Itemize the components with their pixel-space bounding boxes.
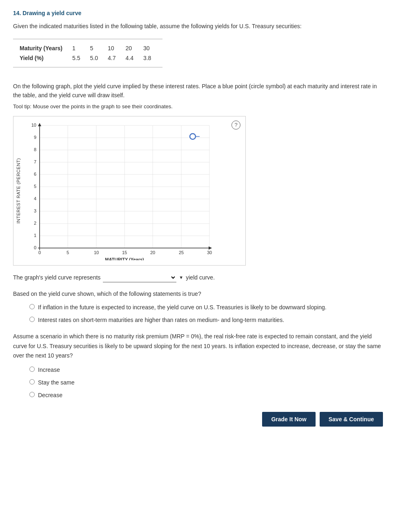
svg-text:30: 30: [207, 250, 212, 255]
svg-text:3: 3: [34, 208, 36, 213]
save-continue-button[interactable]: Save & Continue: [320, 412, 383, 427]
yield-curve-row: The graph's yield curve represents an in…: [13, 273, 383, 282]
scenario-increase-label: Increase: [38, 366, 60, 374]
tooltip-text: Tool tip: Mouse over the points in the g…: [13, 103, 383, 110]
buttons-row: Grade It Now Save & Continue: [13, 412, 383, 427]
svg-text:7: 7: [34, 159, 36, 164]
yield-1: 5.5: [67, 53, 85, 63]
option-1-text: If inflation in the future is expected t…: [38, 303, 327, 312]
svg-text:4: 4: [34, 196, 36, 201]
svg-text:5: 5: [67, 250, 69, 255]
maturity-1: 1: [67, 43, 85, 53]
yield-30: 3.8: [138, 53, 156, 63]
svg-text:2: 2: [34, 221, 36, 226]
option-2-text: Interest rates on short-term maturities …: [38, 316, 284, 324]
yield-5: 5.0: [85, 53, 103, 63]
help-icon[interactable]: ?: [231, 121, 240, 130]
svg-text:6: 6: [34, 172, 36, 177]
svg-text:MATURITY (Years): MATURITY (Years): [105, 257, 144, 260]
y-axis-label: INTEREST RATE (Percent): [16, 130, 21, 252]
svg-text:1: 1: [34, 233, 36, 238]
yield-table: Maturity (Years) 1 5 10 20 30 Yield (%) …: [20, 43, 156, 63]
radio-option-1[interactable]: [29, 304, 35, 309]
svg-text:15: 15: [122, 250, 127, 255]
svg-text:25: 25: [179, 250, 184, 255]
chart-svg[interactable]: 0 1 2 3 4 5 6 7 8 9 10 0 5 10 15 20 25 3…: [22, 121, 226, 260]
maturity-5: 5: [85, 43, 103, 53]
yield-curve-dropdown[interactable]: an inverted a normal a flat: [103, 273, 176, 282]
data-table-wrapper: Maturity (Years) 1 5 10 20 30 Yield (%) …: [13, 39, 162, 67]
svg-text:20: 20: [150, 250, 155, 255]
svg-text:5: 5: [34, 184, 36, 189]
yield-label: Yield (%): [20, 53, 67, 63]
svg-marker-19: [38, 123, 41, 126]
table-row-maturity: Maturity (Years) 1 5 10 20 30: [20, 43, 156, 53]
yield-curve-prefix: The graph's yield curve represents: [13, 274, 100, 281]
plotted-point[interactable]: [190, 134, 196, 139]
svg-text:10: 10: [31, 123, 36, 127]
yield-10: 4.7: [103, 53, 120, 63]
grade-button[interactable]: Grade It Now: [262, 412, 315, 427]
maturity-10: 10: [103, 43, 120, 53]
scenario-same-label: Stay the same: [38, 378, 75, 387]
maturity-20: 20: [120, 43, 138, 53]
table-row-yield: Yield (%) 5.5 5.0 4.7 4.4 3.8: [20, 53, 156, 63]
radio-scenario-decrease[interactable]: [29, 392, 35, 397]
svg-text:10: 10: [94, 250, 99, 255]
maturity-label: Maturity (Years): [20, 43, 67, 53]
radio-scenario-same[interactable]: [29, 379, 35, 384]
chart-svg-wrapper: INTEREST RATE (Percent): [13, 121, 240, 260]
scenario-option-decrease: Decrease: [29, 391, 383, 400]
svg-text:8: 8: [34, 147, 36, 152]
radio-option-2[interactable]: [29, 317, 35, 322]
svg-text:0: 0: [34, 245, 36, 250]
option-1: If inflation in the future is expected t…: [29, 303, 383, 312]
scenario-text: Assume a scenario in which there is no m…: [13, 332, 383, 361]
multiple-choice-question: Based on the yield curve shown, which of…: [13, 290, 383, 298]
yield-curve-suffix: yield curve.: [186, 274, 215, 281]
scenario-option-same: Stay the same: [29, 378, 383, 387]
radio-scenario-increase[interactable]: [29, 367, 35, 372]
chart-container: ? INTEREST RATE (Percent): [13, 116, 246, 266]
scenario-option-increase: Increase: [29, 366, 383, 374]
scenario-decrease-label: Decrease: [38, 391, 62, 400]
option-2: Interest rates on short-term maturities …: [29, 316, 383, 324]
instruction-text: On the following graph, plot the yield c…: [13, 82, 383, 100]
svg-text:0: 0: [38, 250, 41, 255]
question-title: 14. Drawing a yield curve: [13, 10, 383, 16]
yield-20: 4.4: [120, 53, 138, 63]
svg-marker-21: [209, 246, 212, 250]
dropdown-arrow-icon: ▼: [179, 275, 183, 280]
intro-text: Given the indicated maturities listed in…: [13, 22, 383, 31]
maturity-30: 30: [138, 43, 156, 53]
svg-text:9: 9: [34, 135, 36, 140]
